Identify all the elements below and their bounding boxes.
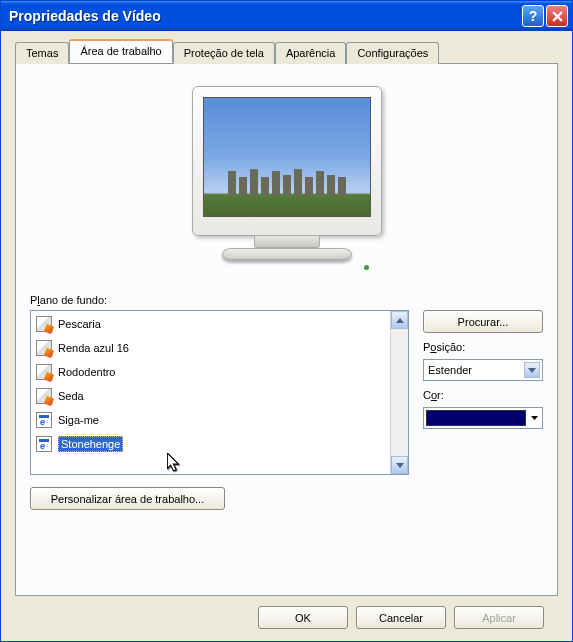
image-file-icon (36, 340, 52, 356)
dropdown-arrow[interactable] (524, 362, 540, 378)
tabstrip: Temas Área de trabalho Proteção de tela … (15, 41, 558, 63)
left-column: PescariaRenda azul 16RododentroSedaSiga-… (30, 310, 409, 510)
chevron-down-icon (396, 463, 404, 468)
list-item-label: Siga-me (58, 414, 99, 426)
tab-appearance[interactable]: Aparência (275, 42, 347, 64)
cancel-button[interactable]: Cancelar (356, 606, 446, 629)
chevron-down-icon (528, 368, 536, 373)
browse-button[interactable]: Procurar... (423, 310, 543, 333)
tab-desktop[interactable]: Área de trabalho (69, 39, 172, 63)
scrollbar[interactable] (390, 311, 408, 474)
list-item-label: Renda azul 16 (58, 342, 129, 354)
right-column: Procurar... Posição: Estender Cor: (423, 310, 543, 510)
color-label: Cor: (423, 389, 543, 401)
wallpaper-preview (203, 97, 371, 217)
chevron-up-icon (396, 318, 404, 323)
position-label: Posição: (423, 341, 543, 353)
list-item[interactable]: Pescaria (32, 312, 389, 336)
display-properties-window: Propriedades de Vídeo ? Temas Área de tr… (0, 0, 573, 642)
list-item[interactable]: Renda azul 16 (32, 336, 389, 360)
position-value: Estender (428, 364, 524, 376)
scroll-up-button[interactable] (391, 311, 408, 329)
scroll-down-button[interactable] (391, 456, 408, 474)
caret-down-icon (531, 416, 538, 420)
preview-area (30, 78, 543, 294)
titlebar[interactable]: Propriedades de Vídeo ? (1, 1, 572, 31)
window-title: Propriedades de Vídeo (9, 8, 520, 24)
html-file-icon (36, 436, 52, 452)
power-led-icon (364, 265, 369, 270)
dialog-content: Temas Área de trabalho Proteção de tela … (1, 31, 572, 641)
customize-desktop-button[interactable]: Personalizar área de trabalho... (30, 487, 225, 510)
ok-button[interactable]: OK (258, 606, 348, 629)
list-item-label: Rododentro (58, 366, 116, 378)
color-dropdown-arrow[interactable] (528, 416, 540, 420)
monitor-base (222, 248, 352, 260)
background-label: Plano de fundo: (30, 294, 543, 306)
desktop-tabpanel: Plano de fundo: PescariaRenda azul 16Rod… (15, 63, 558, 596)
lower-section: PescariaRenda azul 16RododentroSedaSiga-… (30, 310, 543, 510)
tab-settings[interactable]: Configurações (346, 42, 439, 64)
apply-button[interactable]: Aplicar (454, 606, 544, 629)
close-icon (552, 11, 563, 22)
html-file-icon (36, 412, 52, 428)
position-select[interactable]: Estender (423, 359, 543, 381)
image-file-icon (36, 388, 52, 404)
list-item-label: Seda (58, 390, 84, 402)
stonehenge-icon (204, 165, 370, 195)
tab-screensaver[interactable]: Proteção de tela (173, 42, 275, 64)
list-item[interactable]: Rododentro (32, 360, 389, 384)
monitor-preview (187, 86, 387, 276)
list-item[interactable]: Siga-me (32, 408, 389, 432)
list-item-label: Stonehenge (58, 436, 123, 452)
monitor-stand (254, 236, 320, 248)
list-item[interactable]: Stonehenge (32, 432, 389, 456)
dialog-button-row: OK Cancelar Aplicar (15, 596, 558, 629)
color-picker[interactable] (423, 407, 543, 429)
color-swatch (426, 410, 526, 426)
monitor-frame (192, 86, 382, 236)
list-item[interactable]: Seda (32, 384, 389, 408)
tab-themes[interactable]: Temas (15, 42, 69, 64)
list-item-label: Pescaria (58, 318, 101, 330)
scroll-track[interactable] (391, 329, 408, 456)
close-button[interactable] (546, 5, 568, 27)
background-list[interactable]: PescariaRenda azul 16RododentroSedaSiga-… (31, 311, 390, 474)
background-listbox[interactable]: PescariaRenda azul 16RododentroSedaSiga-… (30, 310, 409, 475)
help-button[interactable]: ? (522, 5, 544, 27)
image-file-icon (36, 316, 52, 332)
image-file-icon (36, 364, 52, 380)
